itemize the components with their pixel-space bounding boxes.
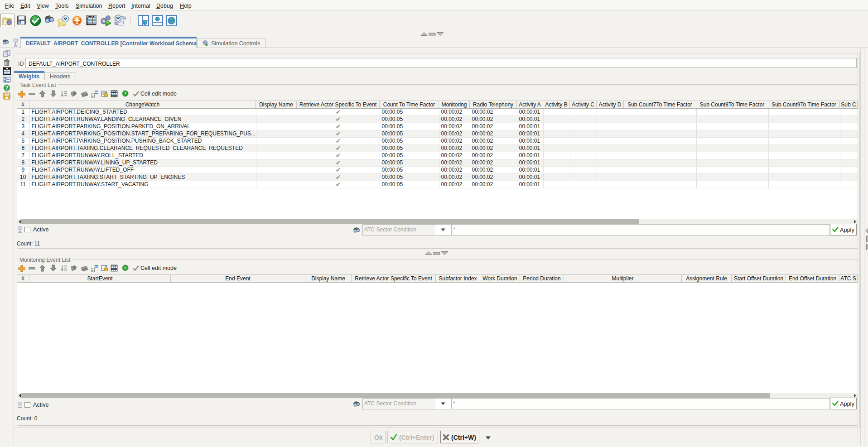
svg-text:?: ? xyxy=(124,91,127,96)
svg-text:?: ? xyxy=(5,85,9,91)
svg-text:?: ? xyxy=(124,265,127,270)
